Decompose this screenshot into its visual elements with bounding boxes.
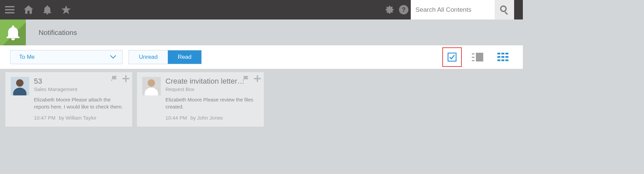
- svg-rect-6: [504, 11, 508, 14]
- svg-rect-19: [501, 59, 504, 61]
- card-meta: 10:47 PM by William Taylor: [34, 115, 127, 121]
- cards-area: 53 Sales Management Elizabeth Moore Plea…: [0, 69, 523, 130]
- svg-rect-18: [497, 59, 500, 61]
- card-time: 10:47 PM: [34, 115, 55, 121]
- plus-icon: [122, 75, 129, 82]
- plus-icon: [254, 75, 261, 82]
- bell-icon: [6, 25, 20, 40]
- svg-rect-17: [505, 56, 508, 58]
- card-author: by John Jones: [190, 115, 223, 121]
- avatar-placeholder-icon: [11, 77, 29, 95]
- notification-card[interactable]: 53 Sales Management Elizabeth Moore Plea…: [5, 72, 132, 127]
- home-icon: [24, 5, 33, 14]
- card-actions: [111, 75, 130, 82]
- card-message: Elizabeth Moore Please review the files …: [165, 96, 258, 110]
- svg-rect-15: [497, 56, 500, 58]
- svg-rect-10: [472, 60, 475, 61]
- filter-dropdown-label: To Me: [19, 54, 35, 60]
- svg-text:?: ?: [402, 6, 406, 13]
- filter-dropdown[interactable]: To Me: [10, 50, 122, 64]
- svg-rect-14: [505, 53, 508, 54]
- toggle-unread[interactable]: Unread: [129, 50, 168, 64]
- svg-rect-13: [501, 53, 504, 54]
- svg-rect-22: [122, 78, 129, 79]
- card-meta: 10:44 PM by John Jones: [165, 115, 258, 121]
- flag-icon: [243, 76, 250, 81]
- flag-button[interactable]: [243, 75, 250, 82]
- help-icon: ?: [399, 5, 408, 14]
- menu-icon: [5, 6, 14, 13]
- star-icon: [61, 5, 71, 14]
- svg-rect-27: [254, 78, 261, 79]
- flag-icon: [111, 76, 119, 81]
- card-actions: [243, 75, 261, 82]
- svg-rect-16: [501, 56, 504, 58]
- page-header: Notifications: [0, 19, 523, 45]
- svg-rect-0: [5, 6, 14, 7]
- view-select-button[interactable]: [442, 47, 462, 67]
- toggle-read[interactable]: Read: [168, 50, 202, 64]
- svg-rect-7: [448, 53, 456, 61]
- avatar-placeholder-icon: [142, 77, 161, 95]
- search-icon: [500, 5, 509, 14]
- settings-button[interactable]: [383, 3, 397, 17]
- view-list-button[interactable]: [468, 47, 487, 67]
- svg-point-29: [148, 79, 155, 87]
- search-input[interactable]: [411, 0, 495, 19]
- checkbox-icon: [447, 52, 457, 62]
- menu-button[interactable]: [3, 3, 17, 17]
- notification-card[interactable]: Create invitation letter… Request Box El…: [137, 72, 264, 127]
- card-author: by William Taylor: [59, 115, 96, 121]
- avatar: [142, 77, 161, 95]
- chevron-down-icon: [110, 55, 116, 59]
- svg-point-5: [501, 6, 506, 11]
- svg-rect-1: [5, 9, 14, 10]
- card-time: 10:44 PM: [165, 115, 187, 121]
- card-message: Elizabeth Moore Please attach the report…: [34, 96, 127, 110]
- card-subtitle: Request Box: [165, 86, 258, 92]
- favorites-button[interactable]: [59, 3, 73, 17]
- page-header-icon-tile: [0, 19, 26, 45]
- flag-button[interactable]: [111, 75, 119, 82]
- avatar: [11, 77, 29, 95]
- notifications-button[interactable]: [40, 3, 54, 17]
- topbar-left: [3, 3, 73, 17]
- svg-rect-20: [505, 59, 508, 61]
- page-title: Notifications: [26, 29, 77, 37]
- card-subtitle: Sales Management: [34, 86, 127, 92]
- svg-rect-9: [472, 57, 475, 58]
- svg-rect-12: [497, 53, 500, 54]
- help-button[interactable]: ?: [397, 3, 411, 17]
- list-view-icon: [472, 53, 483, 61]
- view-grid-button[interactable]: [493, 47, 513, 67]
- home-button[interactable]: [21, 3, 36, 17]
- svg-rect-2: [5, 12, 14, 13]
- svg-point-24: [16, 79, 23, 87]
- search-wrap: [411, 0, 514, 19]
- bell-icon: [43, 5, 51, 14]
- read-toggle-group: Unread Read: [129, 50, 202, 64]
- svg-rect-11: [476, 53, 483, 61]
- add-button[interactable]: [254, 75, 261, 82]
- toolbar: To Me Unread Read: [0, 45, 523, 69]
- grid-view-icon: [497, 53, 509, 61]
- svg-rect-8: [472, 53, 475, 54]
- topbar-right-gap: [514, 0, 523, 19]
- search-button[interactable]: [495, 0, 514, 19]
- topbar: ?: [0, 0, 523, 19]
- gear-icon: [385, 5, 394, 14]
- add-button[interactable]: [122, 75, 130, 82]
